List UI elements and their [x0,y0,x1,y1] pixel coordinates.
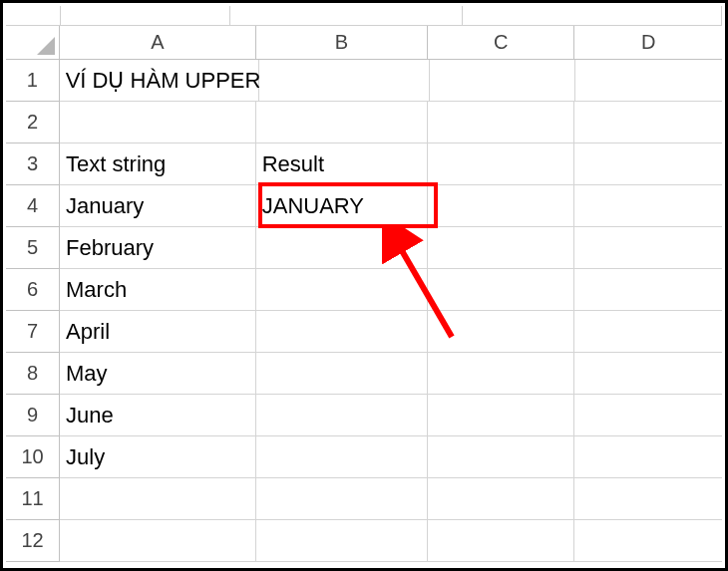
row-header-4[interactable]: 4 [6,185,60,227]
row-11: 11 [6,478,722,520]
cell-D5[interactable] [574,227,722,269]
row-1: 1 VÍ DỤ HÀM UPPER [6,60,722,102]
spreadsheet: A B C D 1 VÍ DỤ HÀM UPPER 2 3 Tex [6,6,722,565]
row-header-11[interactable]: 11 [6,478,60,520]
row-6: 6 March [6,269,722,311]
row-header-5[interactable]: 5 [6,227,60,269]
row-9: 9 June [6,395,722,436]
cell-A12[interactable] [60,520,256,562]
cell-D9[interactable] [574,395,722,436]
cell-C11[interactable] [428,478,575,520]
formula-bar-sliver [6,6,722,26]
cell-C7[interactable] [428,311,575,353]
cell-D11[interactable] [574,478,722,520]
row-header-3[interactable]: 3 [6,143,60,185]
cell-C4[interactable] [428,185,575,227]
cell-A2[interactable] [60,102,256,143]
cell-D4[interactable] [574,185,722,227]
formula-sliver-3[interactable] [463,6,722,25]
cell-A8[interactable]: May [60,353,256,395]
cell-B6[interactable] [256,269,428,311]
cell-C1[interactable] [430,60,576,102]
cell-C12[interactable] [428,520,575,562]
column-header-A[interactable]: A [60,26,256,59]
cell-B9[interactable] [256,395,428,436]
row-3: 3 Text string Result [6,143,722,185]
cell-C10[interactable] [428,436,575,478]
cell-B3[interactable]: Result [256,143,428,185]
cell-C2[interactable] [428,102,575,143]
cell-A10[interactable]: July [60,436,256,478]
cell-C6[interactable] [428,269,575,311]
cell-D2[interactable] [574,102,722,143]
cell-B11[interactable] [256,478,428,520]
column-header-C[interactable]: C [428,26,575,59]
cell-B1[interactable] [259,60,430,102]
row-5: 5 February [6,227,722,269]
column-header-B[interactable]: B [256,26,428,59]
cell-D3[interactable] [574,143,722,185]
cell-D8[interactable] [574,353,722,395]
row-2: 2 [6,102,722,143]
cell-D1[interactable] [575,60,722,102]
cell-B5[interactable] [256,227,428,269]
cell-D7[interactable] [574,311,722,353]
row-header-6[interactable]: 6 [6,269,60,311]
cell-A7[interactable]: April [60,311,256,353]
cell-B7[interactable] [256,311,428,353]
cell-A11[interactable] [60,478,256,520]
cell-A1[interactable]: VÍ DỤ HÀM UPPER [60,60,259,102]
spreadsheet-frame: A B C D 1 VÍ DỤ HÀM UPPER 2 3 Tex [0,0,728,571]
formula-sliver-1[interactable] [61,6,230,25]
cell-C3[interactable] [428,143,575,185]
row-header-9[interactable]: 9 [6,395,60,436]
cell-A3[interactable]: Text string [60,143,256,185]
grid-rows: 1 VÍ DỤ HÀM UPPER 2 3 Text string Result [6,60,722,562]
cell-D10[interactable] [574,436,722,478]
row-7: 7 April [6,311,722,353]
column-header-row: A B C D [6,26,722,60]
cell-B12[interactable] [256,520,428,562]
select-all-icon [37,37,55,55]
row-header-7[interactable]: 7 [6,311,60,353]
row-4: 4 January JANUARY [6,185,722,227]
column-header-D[interactable]: D [574,26,722,59]
row-header-10[interactable]: 10 [6,436,60,478]
cell-A4[interactable]: January [60,185,256,227]
cell-C8[interactable] [428,353,575,395]
cell-B2[interactable] [256,102,428,143]
cell-A9[interactable]: June [60,395,256,436]
row-header-1[interactable]: 1 [6,60,60,102]
row-10: 10 July [6,436,722,478]
formula-sliver-2[interactable] [230,6,463,25]
select-all-button[interactable] [6,26,60,59]
cell-D12[interactable] [574,520,722,562]
row-12: 12 [6,520,722,562]
row-header-8[interactable]: 8 [6,353,60,395]
cell-B8[interactable] [256,353,428,395]
row-header-12[interactable]: 12 [6,520,60,562]
cell-B4[interactable]: JANUARY [256,185,428,227]
cell-A5[interactable]: February [60,227,256,269]
cell-C9[interactable] [428,395,575,436]
cell-D6[interactable] [574,269,722,311]
cell-A6[interactable]: March [60,269,256,311]
row-header-2[interactable]: 2 [6,102,60,143]
cell-B10[interactable] [256,436,428,478]
row-8: 8 May [6,353,722,395]
cell-C5[interactable] [428,227,575,269]
namebox-sliver[interactable] [6,6,61,25]
